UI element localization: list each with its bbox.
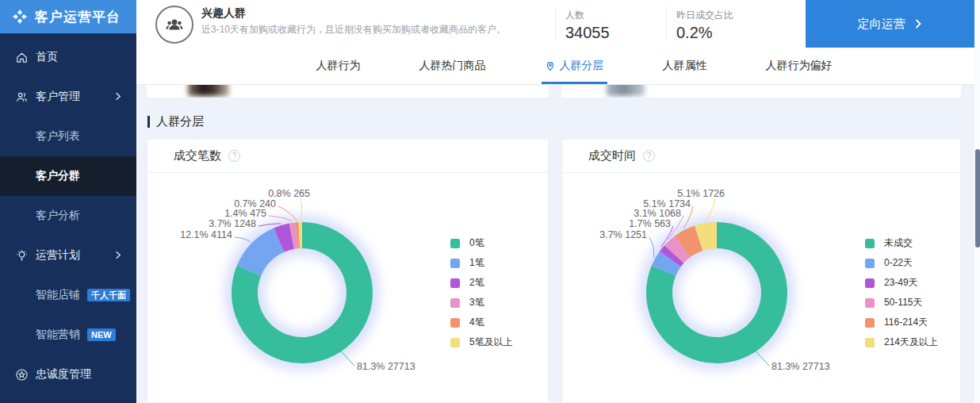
tab-0[interactable]: 人群行为: [316, 48, 361, 84]
legend-label: 0笔: [469, 236, 484, 250]
card-title: 成交笔数: [174, 148, 221, 163]
donut-slice-214天及以上: [699, 236, 717, 239]
sidebar-item-label: 首页: [36, 50, 58, 64]
legend-label: 5笔及以上: [469, 336, 513, 349]
sidebar-item-1[interactable]: 客户管理: [0, 77, 136, 117]
donut-slice-3笔: [292, 236, 297, 236]
legend-label: 1笔: [469, 256, 484, 270]
sidebar-item-3[interactable]: 客户分群: [0, 156, 136, 196]
chart-card-deal-count: 成交笔数 ? 0笔1笔2笔3笔4笔5笔及以上 81.3% 2771312.1% …: [147, 139, 549, 403]
home-icon: [13, 49, 29, 65]
product-thumbnail: [607, 85, 645, 96]
previous-section-card-right: [561, 85, 961, 98]
previous-section-card-left: [147, 85, 549, 98]
slice-label: 5.1% 1734: [643, 198, 691, 209]
legend-swatch: [865, 298, 875, 308]
sidebar-item-0[interactable]: 首页: [0, 37, 136, 77]
sidebar-item-label: 客户管理: [36, 90, 80, 104]
group-avatar: [155, 6, 193, 44]
chart-legend: 未成交0-22天23-49天50-115天116-214天214天及以上: [865, 233, 938, 352]
section-title: 人群分层: [147, 114, 204, 129]
sidebar-badge: 千人千面: [87, 289, 130, 301]
legend-label: 214天及以上: [884, 336, 938, 349]
scrollbar-track[interactable]: [974, 0, 980, 403]
legend-swatch: [450, 298, 460, 308]
bulb-icon: [13, 248, 29, 263]
legend-item-0笔[interactable]: 0笔: [450, 233, 513, 253]
card-header: 成交笔数 ?: [147, 140, 548, 173]
sidebar: 客户运营平台 首页客户管理客户列表客户分群客户分析运营计划智能店铺千人千面智能营…: [0, 0, 136, 403]
legend-label: 2笔: [469, 276, 484, 290]
donut-slice-2笔: [279, 236, 292, 240]
chevron-right-icon: [113, 249, 122, 262]
section-title-bar: [147, 116, 150, 128]
chart-legend: 0笔1笔2笔3笔4笔5笔及以上: [450, 233, 513, 352]
legend-swatch: [450, 338, 460, 347]
sidebar-item-8[interactable]: 忠诚度管理: [0, 355, 136, 394]
tab-4[interactable]: 人群行为偏好: [766, 48, 833, 84]
group-name: 兴趣人群: [201, 6, 560, 21]
main-area: 兴趣人群 近3-10天有加购或收藏行为，且近期没有购买加购或者收藏商品的客户。 …: [136, 0, 980, 403]
chevron-right-icon: [113, 90, 122, 103]
sidebar-item-label: 智能店铺: [36, 288, 80, 302]
legend-item-2笔[interactable]: 2笔: [450, 273, 513, 293]
legend-item-未成交[interactable]: 未成交: [865, 233, 938, 253]
slice-label: 0.7% 240: [234, 198, 276, 209]
app-logo: 客户运营平台: [0, 0, 136, 33]
slice-label: 3.7% 1248: [209, 218, 256, 229]
legend-label: 116-214天: [884, 316, 928, 329]
legend-swatch: [865, 259, 875, 268]
sidebar-badge: NEW: [87, 328, 116, 341]
sidebar-item-2[interactable]: 客户列表: [0, 117, 136, 156]
stat-count-value: 34055: [565, 24, 610, 42]
legend-item-214天及以上[interactable]: 214天及以上: [865, 332, 938, 352]
donut-slice-0笔: [245, 236, 360, 351]
content: 人群分层 成交笔数 ? 0笔1笔2笔3笔4笔5笔及以上 81.3% 277131…: [136, 85, 980, 403]
legend-swatch: [865, 318, 875, 328]
tab-label: 人群行为: [316, 59, 361, 73]
star-icon: [13, 367, 29, 382]
legend-label: 0-22天: [884, 256, 913, 270]
tab-2[interactable]: 人群分层: [545, 48, 604, 84]
tab-3[interactable]: 人群属性: [663, 48, 707, 84]
legend-item-50-115天[interactable]: 50-115天: [865, 293, 938, 313]
chart-card-deal-time: 成交时间 ? 未成交0-22天23-49天50-115天116-214天214天…: [561, 139, 961, 403]
legend-item-3笔[interactable]: 3笔: [450, 293, 513, 313]
legend-item-0-22天[interactable]: 0-22天: [865, 253, 938, 273]
tab-1[interactable]: 人群热门商品: [419, 48, 486, 84]
legend-item-4笔[interactable]: 4笔: [450, 313, 513, 332]
tab-bar: 人群行为人群热门商品人群分层人群属性人群行为偏好: [136, 48, 980, 85]
legend-item-116-214天[interactable]: 116-214天: [865, 313, 938, 332]
arrow-right-icon: [913, 19, 923, 29]
legend-swatch: [450, 278, 460, 288]
sidebar-item-5[interactable]: 运营计划: [0, 236, 136, 275]
sidebar-item-4[interactable]: 客户分析: [0, 196, 136, 236]
stat-deal-ratio-label: 昨日成交占比: [676, 9, 733, 22]
tab-label: 人群行为偏好: [766, 59, 833, 73]
legend-label: 3笔: [469, 296, 484, 309]
donut-slice-23-49天: [670, 254, 674, 259]
legend-swatch: [450, 259, 460, 268]
legend-item-5笔及以上[interactable]: 5笔及以上: [450, 332, 513, 352]
sidebar-item-7[interactable]: 智能营销NEW: [0, 315, 136, 355]
people-group-icon: [163, 13, 186, 36]
legend-item-1笔[interactable]: 1笔: [450, 253, 513, 273]
product-thumbnail: [188, 85, 229, 96]
help-icon[interactable]: ?: [228, 150, 240, 162]
legend-swatch: [450, 318, 460, 328]
legend-swatch: [865, 338, 875, 347]
header-divider: [555, 7, 556, 40]
slice-label: 12.1% 4114: [180, 229, 232, 240]
legend-swatch: [450, 239, 460, 248]
slice-label: 81.3% 27713: [771, 361, 830, 372]
legend-item-23-49天[interactable]: 23-49天: [865, 273, 938, 293]
sidebar-item-label: 忠诚度管理: [36, 367, 91, 382]
sidebar-item-6[interactable]: 智能店铺千人千面: [0, 275, 136, 315]
help-icon[interactable]: ?: [643, 150, 655, 162]
group-info: 兴趣人群 近3-10天有加购或收藏行为，且近期没有购买加购或者收藏商品的客户。: [201, 6, 560, 36]
slice-label: 81.3% 27713: [357, 361, 415, 372]
scrollbar-thumb[interactable]: [975, 149, 980, 248]
slice-label: 3.7% 1251: [599, 229, 647, 240]
targeted-operation-button[interactable]: 定向运营: [806, 0, 974, 48]
legend-swatch: [865, 278, 875, 288]
